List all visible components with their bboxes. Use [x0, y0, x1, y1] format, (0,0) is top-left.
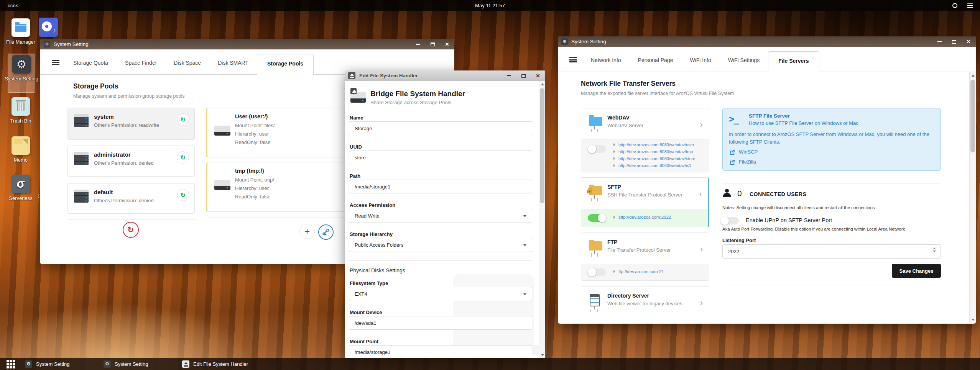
- tab-wifi-info[interactable]: WiFi Info: [681, 52, 719, 69]
- scroll-down-icon[interactable]: [972, 319, 975, 321]
- webdav-folder-icon: [589, 117, 602, 126]
- hamburger-icon[interactable]: [569, 57, 577, 62]
- save-changes-button[interactable]: Save Changes: [892, 264, 941, 278]
- server-name: Directory Server: [607, 293, 649, 299]
- link-chain-icon: [322, 229, 329, 236]
- taskbar-item-system-setting-2[interactable]: ⚙ System Setting: [104, 358, 182, 370]
- filesystem-type-select[interactable]: EXT4: [349, 287, 532, 301]
- mount-device-input[interactable]: [349, 316, 532, 330]
- sync-pool-button[interactable]: ↻: [177, 189, 189, 201]
- winscp-link[interactable]: WinSCP: [730, 149, 758, 155]
- server-card-directory[interactable]: Directory Server Web file viewer for leg…: [581, 286, 709, 323]
- webdav-url-link[interactable]: http://dev.arozos.com:8080/webdav/user: [618, 142, 694, 147]
- number-spinner[interactable]: [932, 247, 937, 252]
- tab-disk-space[interactable]: Disk Space: [165, 54, 209, 71]
- pool-card-default[interactable]: default Other's Permission: denied ↻: [67, 183, 195, 214]
- sftp-status-strip: sftp://dev.arozos.com:2022: [581, 209, 708, 227]
- dialog-scrollbar[interactable]: [539, 81, 545, 358]
- maximize-button[interactable]: [516, 70, 531, 81]
- chevron-right-icon[interactable]: ›: [700, 244, 703, 254]
- hamburger-icon[interactable]: [52, 60, 59, 65]
- add-fsh-button[interactable]: +: [299, 224, 315, 239]
- close-button[interactable]: ×: [531, 70, 545, 81]
- sftp-url-link[interactable]: sftp://dev.arozos.com:2022: [618, 215, 671, 219]
- trash-icon: [12, 97, 30, 116]
- sftp-toggle[interactable]: [588, 214, 606, 222]
- minimize-button[interactable]: [502, 70, 516, 81]
- mount-card-tmp[interactable]: tmp (tmp:/) Mount Point: tmp/ Hierarchy:…: [206, 162, 344, 212]
- webdav-url-link[interactable]: http://dev.arozos.com:8080/webdav/store: [618, 156, 695, 161]
- mount-card-user[interactable]: User (user:/) Mount Point: files/ Hierar…: [206, 108, 344, 157]
- pool-card-system[interactable]: system Other's Permission: readwrite ↻: [67, 108, 195, 140]
- server-card-ftp[interactable]: FTP File Transfer Protocol Server › ftp:…: [581, 232, 709, 281]
- desktop-icon-label: File Manager: [3, 39, 38, 45]
- server-card-sftp[interactable]: SFTP SSH File Transfer Protocol Server ›…: [581, 177, 709, 227]
- reload-pools-button[interactable]: ↻: [123, 222, 139, 238]
- bullet-icon: [613, 143, 615, 146]
- scrollbar-thumb[interactable]: [970, 80, 975, 152]
- listening-port-input[interactable]: [722, 244, 941, 259]
- webdav-url-link[interactable]: http://dev.arozos.com:8080/webdav/tmp: [618, 149, 693, 154]
- pool-card-administrator[interactable]: administrator Other's Permission: denied…: [67, 146, 195, 177]
- taskbar-item-edit-fsh[interactable]: Edit File System Handler: [182, 358, 289, 370]
- desktop-icon-memo[interactable]: Memo: [3, 136, 38, 163]
- tab-disk-smart[interactable]: Disk SMART: [209, 54, 257, 71]
- sync-pool-button[interactable]: ↻: [177, 113, 189, 126]
- dialog-titlebar[interactable]: Edit File System Handler ×: [345, 70, 545, 81]
- scroll-up-icon[interactable]: [541, 83, 544, 85]
- chevron-right-icon[interactable]: ›: [700, 120, 703, 130]
- menu-icon[interactable]: [967, 3, 973, 8]
- desktop-icon-file-manager[interactable]: File Manager: [3, 18, 38, 45]
- maximize-button[interactable]: [947, 36, 961, 47]
- scroll-down-icon[interactable]: [541, 354, 544, 356]
- gear-icon: ⚙: [561, 38, 568, 45]
- scrollbar-thumb[interactable]: [540, 88, 544, 203]
- pool-permission: Other's Permission: denied: [94, 160, 154, 166]
- chevron-right-icon[interactable]: ›: [699, 189, 702, 199]
- filezilla-link[interactable]: FileZilla: [730, 159, 756, 165]
- window2-scrollbar[interactable]: [969, 72, 976, 323]
- sync-pool-button[interactable]: ↻: [177, 151, 189, 164]
- window2-titlebar[interactable]: ⚙ System Setting ×: [558, 36, 976, 47]
- access-permission-select[interactable]: Read Write: [349, 209, 532, 223]
- webdav-toggle[interactable]: [588, 145, 606, 153]
- taskbar-item-system-setting-1[interactable]: ⚙ System Setting: [25, 358, 104, 370]
- server-card-webdav[interactable]: WebDAV WebDAV Server › http://dev.arozos…: [581, 108, 709, 172]
- upnp-toggle[interactable]: [720, 217, 739, 224]
- scroll-up-icon[interactable]: [972, 74, 975, 77]
- sftp-help-box: >_ SFTP File Server How to use SFTP File…: [722, 108, 941, 171]
- minimize-button[interactable]: [932, 36, 947, 47]
- tab-storage-pools[interactable]: Storage Pools: [257, 54, 314, 75]
- mount-device-label: Mount Device: [350, 309, 382, 315]
- close-button[interactable]: ×: [961, 36, 976, 47]
- apps-grid-icon[interactable]: [7, 360, 15, 368]
- webdav-url-link[interactable]: http://dev.arozos.com:8080/webdav/is1: [618, 163, 691, 168]
- window1-titlebar[interactable]: ⚙ System Setting ×: [40, 39, 454, 49]
- desktop-icon-system-setting[interactable]: ⚙ System Setting: [4, 55, 39, 82]
- ftp-url-link[interactable]: ftp://dev.arozos.com:21: [618, 269, 664, 274]
- tab-wifi-settings[interactable]: WiFi Settings: [720, 52, 768, 69]
- minimize-button[interactable]: [411, 39, 425, 49]
- desktop-icon-music[interactable]: ♪: [38, 18, 59, 39]
- close-button[interactable]: ×: [440, 39, 454, 49]
- dialog-title: Edit File System Handler: [359, 73, 418, 79]
- tab-storage-quota[interactable]: Storage Quota: [65, 54, 117, 71]
- storage-hierarchy-label: Storage Hierarchy: [350, 231, 393, 237]
- desktop-icon-serverless[interactable]: σ Serverless: [3, 175, 38, 201]
- tab-space-finder[interactable]: Space Finder: [117, 54, 165, 71]
- listening-port-label: Listening Port: [722, 237, 756, 243]
- mount-point-input[interactable]: [349, 345, 532, 358]
- ftp-toggle[interactable]: [588, 268, 606, 276]
- tab-file-servers[interactable]: File Servers: [768, 51, 819, 72]
- storage-hierarchy-select[interactable]: Public Access Folders: [349, 238, 532, 252]
- bridge-fsh-button[interactable]: [318, 224, 334, 240]
- name-input[interactable]: [349, 121, 532, 135]
- loading-circle-icon[interactable]: [952, 3, 957, 8]
- tab-network-info[interactable]: Network Info: [582, 52, 630, 69]
- tab-personal-page[interactable]: Personal Page: [630, 52, 682, 69]
- maximize-button[interactable]: [425, 39, 440, 49]
- path-input[interactable]: [349, 180, 532, 193]
- desktop-icon-trash-bin[interactable]: Trash Bin: [3, 97, 38, 124]
- chevron-right-icon[interactable]: ›: [700, 298, 703, 308]
- uuid-input[interactable]: [349, 151, 532, 164]
